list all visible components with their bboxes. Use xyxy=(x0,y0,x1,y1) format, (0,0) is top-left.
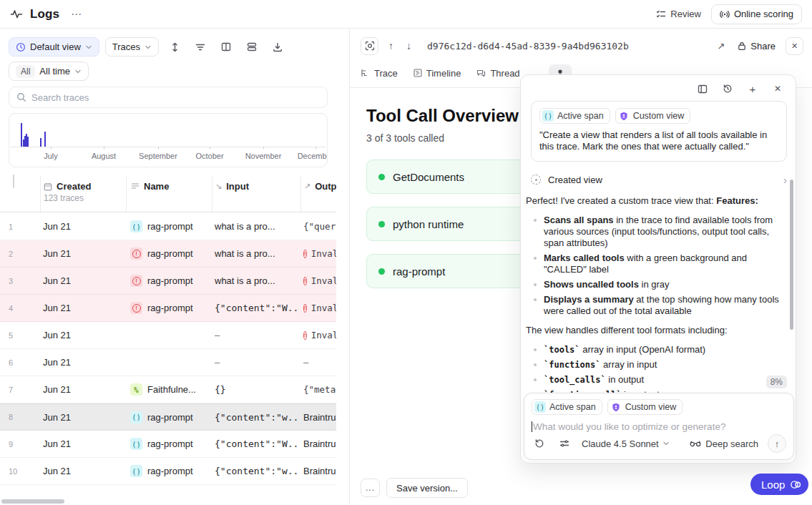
row-number: 6 xyxy=(0,358,40,367)
row-height-button[interactable] xyxy=(165,37,185,57)
cell-created: Jun 21 xyxy=(40,303,126,313)
table-row[interactable]: 2Jun 21!rag-promptwhat is a pro...!Inval xyxy=(0,240,336,268)
sidebar-icon xyxy=(698,84,708,94)
cell-name: !rag-prompt xyxy=(126,302,212,314)
function-span-icon: () xyxy=(542,110,554,122)
send-button[interactable]: ↑ xyxy=(768,434,786,453)
badge-label: Custom view xyxy=(633,111,685,121)
save-version-button[interactable]: Save version... xyxy=(386,478,468,498)
context-badge-custom-view[interactable]: Custom view xyxy=(615,108,691,124)
row-layout-button[interactable] xyxy=(242,37,262,57)
created-view-row[interactable]: Created view › xyxy=(531,170,787,189)
table-row[interactable]: 7Jun 21%Faithfulne...{}{"metad xyxy=(0,376,336,403)
chart-bar xyxy=(44,132,46,147)
output-text: Inval xyxy=(311,330,336,340)
cell-output: !Inval xyxy=(300,303,336,313)
open-external-icon[interactable]: ↗ xyxy=(714,41,728,52)
assistant-scrollbar[interactable] xyxy=(790,180,793,330)
model-selector[interactable]: Claude 4.5 Sonnet xyxy=(582,438,670,449)
table-row[interactable]: 9Jun 21()rag-prompt{"content":"W...Brain… xyxy=(0,431,336,458)
select-all-checkbox[interactable] xyxy=(13,175,14,188)
cell-created: Jun 21 xyxy=(40,221,126,232)
chart-axis xyxy=(11,147,326,147)
restore-icon xyxy=(534,438,544,448)
composer-settings-button[interactable] xyxy=(557,436,572,451)
review-button[interactable]: Review xyxy=(656,9,701,19)
feature-item: Displays a summary at the top showing ho… xyxy=(526,294,786,317)
table-row[interactable]: 3Jun 21!rag-promptwhat is a pro...!Inval xyxy=(0,268,336,295)
search-traces-input[interactable] xyxy=(31,92,320,103)
overflow-menu-button[interactable]: ⋯ xyxy=(67,8,87,21)
column-header-name[interactable]: Name xyxy=(126,175,212,212)
error-icon: ! xyxy=(303,250,307,258)
new-chat-button[interactable]: + xyxy=(745,81,760,97)
table-row[interactable]: 6Jun 21–– xyxy=(0,349,336,376)
trace-count: 123 traces xyxy=(44,193,84,203)
loop-button[interactable]: Loop xyxy=(750,474,808,495)
timeline-icon xyxy=(414,69,422,77)
thread-icon xyxy=(476,69,486,77)
share-button[interactable]: Share xyxy=(738,41,776,52)
cell-created: Jun 21 xyxy=(40,330,126,340)
trace-volume-chart[interactable]: JulyAugustSeptemberOctoberNovemberDecemb… xyxy=(9,113,328,167)
composer: ()Active spanCustom view Claude 4.5 Sonn… xyxy=(524,393,794,460)
tab-thread[interactable]: Thread xyxy=(476,68,519,79)
cell-created: Jun 21 xyxy=(40,466,126,476)
chart-tick xyxy=(263,147,264,149)
column-header-input[interactable]: ↘ Input xyxy=(212,175,300,212)
more-options-button[interactable]: ... xyxy=(361,479,380,497)
table-row[interactable]: 8Jun 21()rag-prompt{"content":"w...Brain… xyxy=(0,403,336,431)
format-item: `tool_calls` in output xyxy=(526,374,786,386)
trace-tree-icon xyxy=(361,69,370,77)
span-name: rag-prompt xyxy=(147,438,193,449)
table-row[interactable]: 10Jun 21()rag-prompt{"content":"w...Brai… xyxy=(0,458,336,485)
traces-dropdown[interactable]: Traces xyxy=(105,37,159,57)
table-header: Created 123 traces Name ↘ Input ↗ Output xyxy=(0,175,336,212)
context-badge-active-span[interactable]: ()Active span xyxy=(539,108,610,124)
download-button[interactable] xyxy=(268,37,288,57)
assistant-panel: + ✕ ()Active spanCustom view "Create a v… xyxy=(520,74,796,464)
lock-icon xyxy=(738,41,746,51)
column-header-created[interactable]: Created 123 traces xyxy=(40,175,126,212)
focus-span-button[interactable] xyxy=(361,37,378,55)
called-dot xyxy=(378,174,385,180)
context-badge-active-span[interactable]: ()Active span xyxy=(532,399,602,415)
cell-input: what is a pro... xyxy=(212,248,300,259)
tab-trace[interactable]: Trace xyxy=(361,68,398,79)
panel-layout-button[interactable] xyxy=(695,81,710,97)
horizontal-scrollbar[interactable] xyxy=(1,499,64,504)
close-assistant-button[interactable]: ✕ xyxy=(770,81,786,97)
tab-timeline[interactable]: Timeline xyxy=(414,68,461,79)
composer-context-badges: ()Active spanCustom view xyxy=(532,399,786,415)
filter-button[interactable] xyxy=(190,37,210,57)
deep-search-toggle[interactable]: Deep search xyxy=(690,438,758,449)
next-trace-button[interactable]: ↓ xyxy=(403,40,414,52)
history-button[interactable] xyxy=(720,81,735,97)
search-icon xyxy=(16,92,26,102)
columns-button[interactable] xyxy=(216,37,236,57)
output-text: {"metad xyxy=(303,384,336,395)
column-header-output[interactable]: ↗ Output xyxy=(300,175,336,212)
composer-input[interactable] xyxy=(533,421,786,432)
close-trace-button[interactable]: ✕ xyxy=(786,37,803,55)
table-row[interactable]: 1Jun 21()rag-promptwhat is a pro...{"que… xyxy=(0,213,336,240)
chart-tick-label: October xyxy=(195,152,223,160)
chart-bar xyxy=(27,137,29,147)
view-dropdown[interactable]: Default view xyxy=(9,37,99,57)
context-badge-custom-view[interactable]: Custom view xyxy=(607,399,683,415)
cell-input: what is a pro... xyxy=(212,275,300,286)
time-range-dropdown[interactable]: All All time xyxy=(9,62,89,81)
cell-output: Braintru xyxy=(300,466,336,476)
previous-trace-button[interactable]: ↑ xyxy=(386,40,396,52)
online-scoring-button[interactable]: Online scoring xyxy=(711,4,802,24)
cell-output: – xyxy=(300,357,336,368)
composer-history-button[interactable] xyxy=(532,436,547,451)
chart-tick-label: December xyxy=(298,152,328,160)
chart-bar xyxy=(40,138,41,147)
cell-output: Braintru xyxy=(300,438,336,449)
arrow-down-right-icon: ↘ xyxy=(215,182,222,191)
table-row[interactable]: 4Jun 21!rag-prompt{"content":"W...!Inval xyxy=(0,295,336,322)
output-text: Inval xyxy=(311,248,336,259)
table-row[interactable]: 5Jun 21–!Inval xyxy=(0,322,336,349)
error-icon: ! xyxy=(130,247,142,260)
